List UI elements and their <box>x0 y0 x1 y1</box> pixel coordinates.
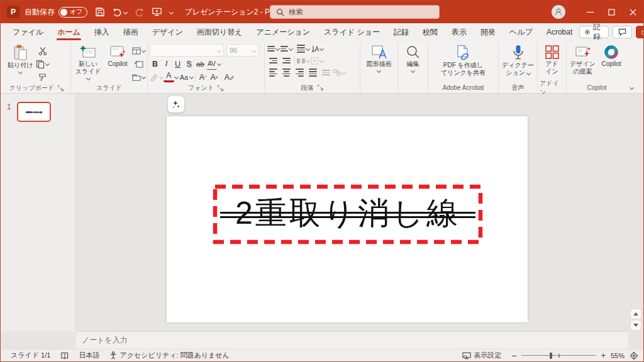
layout-button[interactable] <box>132 45 145 57</box>
character-spacing-button[interactable]: AV <box>206 58 217 70</box>
align-left-button[interactable] <box>267 67 279 79</box>
next-slide-button[interactable] <box>631 321 641 330</box>
notes-toggle-button[interactable] <box>55 349 74 361</box>
bullets-icon <box>267 46 275 52</box>
slide-thumbnail-1[interactable]: 2重取り消し線 <box>17 102 51 122</box>
record-button[interactable]: 記録 <box>579 26 609 38</box>
close-button[interactable] <box>622 1 643 23</box>
cut-button[interactable] <box>36 45 49 57</box>
share-button[interactable]: 共有 <box>636 26 644 38</box>
shrink-font-button[interactable]: Av <box>209 71 219 83</box>
change-case-button[interactable]: Aa <box>179 71 189 83</box>
redo-button[interactable] <box>135 8 144 17</box>
section-chevron-icon <box>142 75 146 79</box>
paragraph-dialog-launcher[interactable] <box>317 84 324 91</box>
grow-font-button[interactable]: A^ <box>197 71 208 83</box>
slide-indicator[interactable]: スライド 1/1 <box>6 349 55 361</box>
align-right-button[interactable] <box>293 67 306 79</box>
comments-button[interactable] <box>613 26 632 38</box>
designer-quick-button[interactable] <box>168 96 184 112</box>
font-name-combo[interactable] <box>150 44 224 57</box>
save-button[interactable] <box>95 7 105 17</box>
bullets-button[interactable] <box>267 43 279 55</box>
tab-home[interactable]: ホーム <box>50 23 87 41</box>
undo-button[interactable] <box>113 8 127 17</box>
columns-chevron-icon <box>306 58 310 63</box>
slides-group-label: スライド <box>96 84 122 92</box>
previous-slide-button[interactable] <box>631 309 641 319</box>
format-painter-button[interactable] <box>36 71 49 83</box>
justify-button[interactable] <box>306 67 319 79</box>
slide-canvas[interactable]: 2重取り消し線 <box>167 116 528 322</box>
slideshow-from-beginning-button[interactable] <box>152 7 162 17</box>
designer-button[interactable]: デザインの提案 <box>569 43 597 76</box>
notes-pane[interactable]: ノートを入力 <box>76 331 628 349</box>
new-slide-button[interactable]: 新しいスライド <box>73 43 103 80</box>
italic-button[interactable]: I <box>161 58 172 70</box>
tab-acrobat[interactable]: Acrobat <box>540 23 579 41</box>
editing-button[interactable]: 編集 <box>399 43 427 73</box>
shape-drawing-button[interactable]: 図形描画 <box>364 43 394 73</box>
tab-developer[interactable]: 開発 <box>474 23 502 41</box>
underline-button[interactable]: U <box>172 58 183 70</box>
clipboard-dialog-launcher[interactable] <box>57 85 64 92</box>
smartart-convert-button[interactable] <box>333 67 345 79</box>
search-box[interactable] <box>270 5 440 19</box>
clear-formatting-button[interactable]: A <box>224 71 235 83</box>
highlight-pen-button[interactable] <box>150 71 163 83</box>
zoom-in-button[interactable]: + <box>601 351 606 360</box>
line-spacing-button[interactable] <box>297 43 309 55</box>
tab-review[interactable]: 校閲 <box>416 23 445 41</box>
create-pdf-button[interactable]: PDF を作成してリンクを共有 <box>438 43 488 77</box>
copilot-slides-button[interactable]: Copilot <box>104 43 131 69</box>
bold-button[interactable]: B <box>150 58 160 70</box>
slide-title-text[interactable]: 2重取り消し線 <box>213 192 483 234</box>
tab-design[interactable]: デザイン <box>145 23 190 41</box>
section-button[interactable] <box>132 71 145 83</box>
search-input[interactable] <box>289 8 414 16</box>
zoom-percentage[interactable]: 55% <box>611 352 625 359</box>
strikethrough-button[interactable]: ab <box>195 58 206 70</box>
distribute-button[interactable] <box>319 67 332 79</box>
maximize-button[interactable] <box>601 1 622 23</box>
tab-transitions[interactable]: 画面切り替え <box>190 23 250 41</box>
columns-button[interactable] <box>297 55 309 67</box>
tab-file[interactable]: ファイル <box>6 23 50 41</box>
text-direction-button[interactable] <box>311 43 323 55</box>
view-settings-button[interactable]: 表示設定 <box>457 351 506 360</box>
zoom-out-button[interactable]: − <box>511 351 516 361</box>
tab-view[interactable]: 表示 <box>445 23 474 41</box>
slide-thumbnail-panel[interactable]: 1 2重取り消し線 <box>1 94 76 331</box>
tab-help[interactable]: ヘルプ <box>502 23 540 41</box>
align-text-button[interactable] <box>311 55 323 67</box>
tab-slideshow[interactable]: スライド ショー <box>317 23 387 41</box>
tab-draw[interactable]: 描画 <box>116 23 145 41</box>
minimize-button[interactable] <box>579 1 601 23</box>
copy-button[interactable] <box>36 58 49 70</box>
tab-animations[interactable]: アニメーション <box>249 23 317 41</box>
increase-indent-button[interactable] <box>280 55 292 67</box>
reset-slide-button[interactable] <box>132 58 145 70</box>
addins-button[interactable]: アドイン <box>540 43 564 76</box>
numbering-button[interactable] <box>280 43 292 55</box>
fit-slide-to-window-button[interactable] <box>630 351 638 360</box>
copilot-button[interactable]: Copilot <box>597 43 625 69</box>
language-indicator[interactable]: 日本語 <box>74 349 104 361</box>
dictation-button[interactable]: ディクテーション <box>501 43 535 77</box>
tab-record[interactable]: 記録 <box>387 23 416 41</box>
qat-customize-chevron-icon[interactable] <box>169 9 174 14</box>
decrease-indent-button[interactable] <box>267 55 279 67</box>
text-shadow-button[interactable]: S <box>184 58 194 70</box>
font-size-combo[interactable]: 96 <box>226 44 259 57</box>
autosave-toggle[interactable]: オフ <box>58 7 87 18</box>
account-avatar[interactable] <box>552 5 565 19</box>
collapse-ribbon-button[interactable] <box>630 85 634 90</box>
align-center-button[interactable] <box>280 67 292 79</box>
font-color-button[interactable]: A <box>164 72 174 82</box>
paste-button[interactable]: 貼り付け <box>5 43 35 74</box>
font-dialog-launcher[interactable] <box>217 85 224 92</box>
tab-insert[interactable]: 挿入 <box>87 23 116 41</box>
zoom-slider-handle[interactable] <box>550 353 552 359</box>
zoom-slider[interactable] <box>521 352 596 359</box>
accessibility-status[interactable]: アクセシビリティ: 問題ありません <box>104 349 234 361</box>
